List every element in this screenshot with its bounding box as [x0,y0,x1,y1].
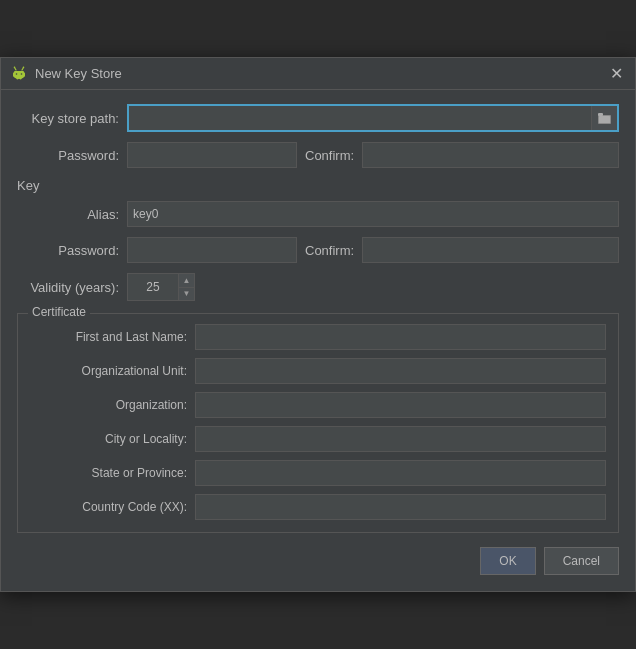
cert-name-input[interactable] [195,324,606,350]
svg-point-6 [14,66,16,68]
key-section-header: Key [17,178,619,193]
cancel-button[interactable]: Cancel [544,547,619,575]
close-button[interactable]: ✕ [608,66,625,82]
top-password-input[interactable] [127,142,297,168]
svg-rect-9 [24,73,26,77]
validity-decrement-button[interactable]: ▼ [178,288,194,301]
title-bar: New Key Store ✕ [1,58,635,90]
ok-button[interactable]: OK [480,547,535,575]
key-section: Key Alias: Password: Confirm: Validity (… [17,178,619,533]
cert-row-org-unit: Organizational Unit: [30,358,606,384]
validity-increment-button[interactable]: ▲ [178,274,194,288]
cert-country-label: Country Code (XX): [30,500,195,514]
android-icon [11,64,27,83]
svg-rect-14 [599,116,610,123]
cert-row-org: Organization: [30,392,606,418]
cert-row-country: Country Code (XX): [30,494,606,520]
alias-input[interactable] [127,201,619,227]
cert-org-label: Organization: [30,398,195,412]
key-confirm-label: Confirm: [297,243,362,258]
keystore-path-row: Key store path: [17,104,619,132]
dialog-title: New Key Store [35,66,600,81]
dialog-content: Key store path: Password: Confirm: [1,90,635,591]
cert-row-state: State or Province: [30,460,606,486]
svg-rect-8 [13,73,15,77]
validity-input[interactable] [128,274,178,300]
certificate-group: Certificate First and Last Name: Organiz… [17,313,619,533]
folder-icon [598,112,612,124]
svg-rect-10 [17,77,19,80]
svg-rect-1 [14,71,24,77]
cert-row-name: First and Last Name: [30,324,606,350]
svg-point-3 [21,73,23,75]
svg-rect-13 [598,113,603,116]
cert-row-city: City or Locality: [30,426,606,452]
key-password-input[interactable] [127,237,297,263]
cert-country-input[interactable] [195,494,606,520]
top-confirm-label: Confirm: [297,148,362,163]
cert-state-input[interactable] [195,460,606,486]
top-password-label: Password: [17,148,127,163]
cert-city-input[interactable] [195,426,606,452]
new-key-store-dialog: New Key Store ✕ Key store path: Password… [0,57,636,592]
cert-org-input[interactable] [195,392,606,418]
certificate-legend: Certificate [28,305,90,319]
validity-row: Validity (years): ▲ ▼ [17,273,619,301]
keystore-path-label: Key store path: [17,111,127,126]
validity-label: Validity (years): [17,280,127,295]
svg-point-7 [23,66,25,68]
svg-rect-11 [20,77,22,80]
key-password-row: Password: Confirm: [17,237,619,263]
validity-input-wrap: ▲ ▼ [127,273,195,301]
alias-label: Alias: [17,207,127,222]
cert-org-unit-input[interactable] [195,358,606,384]
key-password-label: Password: [17,243,127,258]
cert-name-label: First and Last Name: [30,330,195,344]
top-confirm-input[interactable] [362,142,619,168]
keystore-path-input[interactable] [129,106,591,130]
cert-city-label: City or Locality: [30,432,195,446]
top-password-row: Password: Confirm: [17,142,619,168]
cert-org-unit-label: Organizational Unit: [30,364,195,378]
alias-row: Alias: [17,201,619,227]
key-confirm-input[interactable] [362,237,619,263]
keystore-path-input-wrap [127,104,619,132]
folder-browse-button[interactable] [591,106,617,130]
svg-point-2 [16,73,18,75]
validity-spinner: ▲ ▼ [178,274,194,300]
cert-state-label: State or Province: [30,466,195,480]
footer-buttons: OK Cancel [17,547,619,575]
